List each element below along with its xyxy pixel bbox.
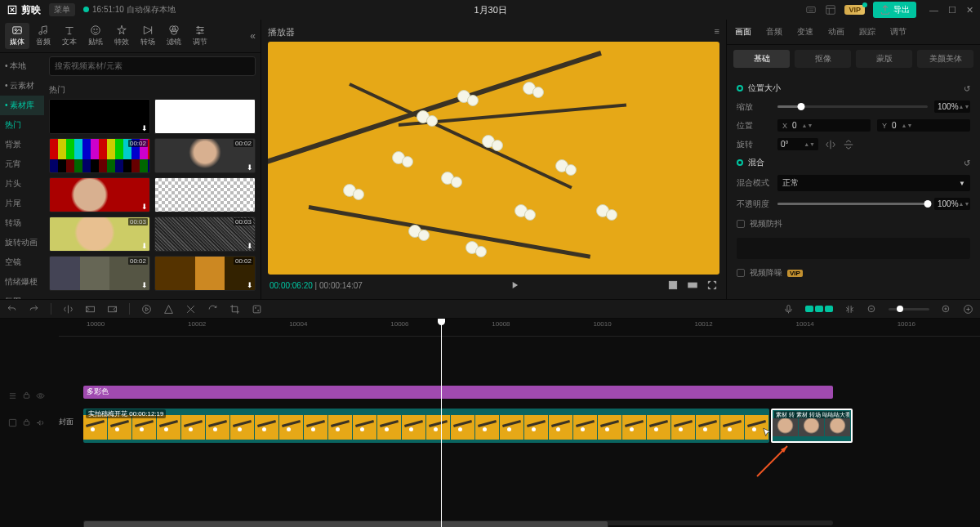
media-thumbnail[interactable]: 00:02⬇ [49,256,150,291]
sidebar-item[interactable]: 元宵 [0,154,44,174]
vip-badge[interactable]: VIP [844,5,865,15]
player-menu-icon[interactable]: ≡ [715,26,719,38]
keyframe-indicator-icon[interactable] [737,159,743,166]
tool-tab-effect[interactable]: 特效 [109,23,134,49]
tool-tab-audio[interactable]: 音频 [31,23,56,49]
layout-icon[interactable] [825,4,836,16]
opacity-slider[interactable] [777,203,928,205]
sidebar-item[interactable]: • 素材库 [0,96,44,115]
timeline-ruler[interactable]: 1000010002100041000610008100101001210014… [59,319,980,337]
redo-icon[interactable] [29,304,39,315]
reset-blend-icon[interactable]: ↺ [964,159,970,167]
preview-viewport[interactable] [268,42,719,275]
maximize-button[interactable]: ☐ [948,5,956,16]
ratio-icon[interactable] [687,279,698,291]
keyframe-indicator-icon[interactable] [737,85,743,92]
inspector-tab[interactable]: 音频 [764,23,784,41]
blend-mode-select[interactable]: 正常▼ [777,175,970,191]
scale-value[interactable]: 100%▲▼ [934,100,970,113]
media-thumbnail[interactable]: ⬇ [154,177,256,212]
fullscreen-icon[interactable] [706,279,718,291]
sidebar-item[interactable]: 旋转动画 [0,233,44,252]
adjustment-clip[interactable]: 多彩色 [83,386,833,399]
zoom-fit-icon[interactable] [963,304,973,315]
inspector-tab[interactable]: 跟踪 [858,23,877,41]
sidebar-item[interactable]: 空镜 [0,252,44,272]
scale-slider[interactable] [777,105,928,108]
media-thumbnail[interactable]: 00:02⬇ [154,256,256,291]
mirror-icon[interactable] [185,304,196,315]
shortcut-icon[interactable] [805,4,817,16]
smart-icon[interactable] [252,304,262,315]
inspector-subtab[interactable]: 基础 [733,50,790,68]
sidebar-item[interactable]: 转场 [0,213,44,233]
delete-right-icon[interactable] [107,304,118,315]
reset-position-icon[interactable]: ↺ [964,84,970,93]
media-thumbnail[interactable]: ⬇ [49,177,150,212]
inspector-tab[interactable]: 调节 [889,23,908,41]
media-thumbnail[interactable]: ⬇ [154,99,256,134]
inspector-subtab[interactable]: 抠像 [795,50,851,68]
rotate-value[interactable]: 0°▲▼ [777,138,818,150]
denoise-checkbox[interactable] [737,269,745,277]
tool-tab-transition[interactable]: 转场 [136,23,160,49]
second-video-clip[interactable]: 素材 转 素材 转场 咕咕咕大赛 00 [771,409,853,443]
delete-left-icon[interactable] [85,304,96,315]
reverse-icon[interactable] [163,304,174,315]
sidebar-item[interactable]: 片尾 [0,194,44,213]
freeze-icon[interactable] [141,304,152,315]
minimize-button[interactable]: — [929,5,938,16]
main-video-clip[interactable]: 实拍穗梅开花 00:00:12:19 [83,409,769,443]
media-thumbnail[interactable]: 00:02⬇ [154,138,256,173]
track-controls-main[interactable] [0,405,59,440]
scale-icon[interactable] [667,279,679,291]
flip-v-icon[interactable] [843,139,854,150]
cover-label[interactable]: 封面 [59,417,74,427]
tool-tab-media[interactable]: 媒体 [5,23,29,49]
inspector-tab[interactable]: 变速 [795,23,815,41]
sidebar-item[interactable]: 热门 [0,115,44,135]
inspector-tab[interactable]: 画面 [733,23,753,41]
sidebar-item[interactable]: 氛围 [0,292,44,299]
sidebar-item[interactable]: 片头 [0,174,44,194]
rotate-icon[interactable] [207,304,218,315]
sidebar-item[interactable]: • 云素材 [0,76,44,96]
media-thumbnail[interactable]: 00:02⬇ [49,138,150,173]
flip-h-icon[interactable] [825,139,836,150]
inspector-subtab[interactable]: 蒙版 [856,50,912,68]
position-x-input[interactable]: X0▲▼ [777,119,871,132]
export-button[interactable]: 导出 [873,2,916,18]
inspector-tab[interactable]: 动画 [826,23,846,41]
stabilize-checkbox[interactable] [737,220,745,228]
tool-tab-adjust[interactable]: 调节 [188,23,212,49]
zoom-in-icon[interactable] [941,304,951,315]
tool-tab-sticker[interactable]: 贴纸 [83,23,108,49]
close-button[interactable]: ✕ [966,5,973,16]
split-icon[interactable] [63,304,74,315]
play-button[interactable] [509,279,520,291]
opacity-value[interactable]: 100%▲▼ [934,198,970,210]
inspector-subtab[interactable]: 美颜美体 [917,50,973,68]
undo-icon[interactable] [7,304,17,315]
sidebar-item[interactable]: • 本地 [0,56,44,76]
sidebar-item[interactable]: 情绪爆梗 [0,272,44,292]
search-input[interactable]: 搜索视频素材/元素 [49,56,256,76]
sidebar-item[interactable]: 背景 [0,135,44,154]
mic-icon[interactable] [783,304,794,315]
preview-toggle-icon[interactable] [844,304,855,315]
collapse-icon[interactable]: « [250,30,256,42]
tool-tab-text[interactable]: 文本 [57,23,82,49]
media-thumbnail[interactable]: ⬇ [49,99,150,134]
position-y-input[interactable]: Y0▲▼ [877,119,970,132]
snap-toggles[interactable] [805,306,833,312]
media-thumbnail[interactable]: 00:03⬇ [49,217,150,252]
media-thumbnail[interactable]: 00:03⬇ [154,217,256,252]
track-controls-adjust[interactable] [0,386,59,405]
zoom-out-icon[interactable] [866,304,877,315]
crop-icon[interactable] [229,304,240,315]
zoom-slider[interactable] [889,308,929,310]
menu-button[interactable]: 菜单 [49,3,75,16]
tool-tab-filter[interactable]: 滤镜 [162,23,186,49]
playhead[interactable] [441,319,442,527]
timeline-scrollbar[interactable] [83,520,833,525]
